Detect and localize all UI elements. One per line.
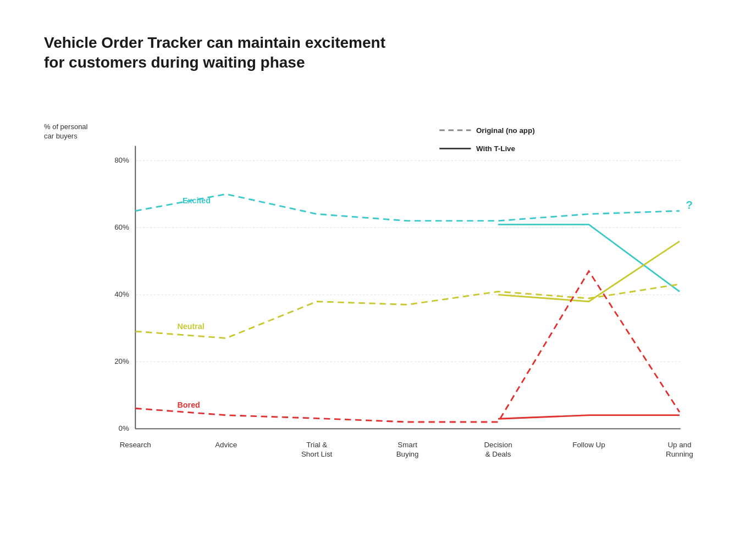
svg-text:Research: Research: [120, 441, 151, 449]
svg-text:Short List: Short List: [301, 450, 333, 458]
svg-text:Smart: Smart: [398, 441, 417, 449]
svg-text:& Deals: & Deals: [485, 450, 511, 458]
neutral-label: Neutral: [178, 322, 205, 331]
bored-label: Bored: [178, 401, 200, 409]
svg-text:80%: 80%: [114, 156, 129, 164]
svg-text:Decision: Decision: [484, 441, 512, 449]
legend-original-label: Original (no app): [476, 126, 535, 135]
svg-text:Up and: Up and: [667, 441, 691, 449]
svg-text:40%: 40%: [114, 290, 129, 298]
chart-title: Vehicle Order Tracker can maintain excit…: [44, 33, 712, 73]
chart-svg: 0% 20% 40% 60% 80% Research Advice Trial…: [93, 90, 712, 485]
y-axis-label: % of personalcar buyers: [44, 123, 88, 141]
question-mark: ?: [686, 198, 693, 211]
chart-area: % of personalcar buyers 0% 20% 40% 60% 8…: [44, 90, 712, 518]
svg-text:0%: 0%: [119, 424, 129, 432]
svg-text:Advice: Advice: [215, 441, 237, 449]
svg-text:Follow Up: Follow Up: [572, 441, 605, 449]
page-container: Vehicle Order Tracker can maintain excit…: [0, 0, 756, 550]
excited-label: Excited: [183, 196, 211, 205]
svg-text:Running: Running: [666, 450, 693, 458]
svg-text:60%: 60%: [114, 223, 129, 231]
svg-text:Trial &: Trial &: [306, 441, 327, 449]
svg-text:20%: 20%: [114, 357, 129, 365]
legend-with-tlive-label: With T-Live: [476, 145, 515, 153]
svg-text:Buying: Buying: [396, 450, 419, 458]
